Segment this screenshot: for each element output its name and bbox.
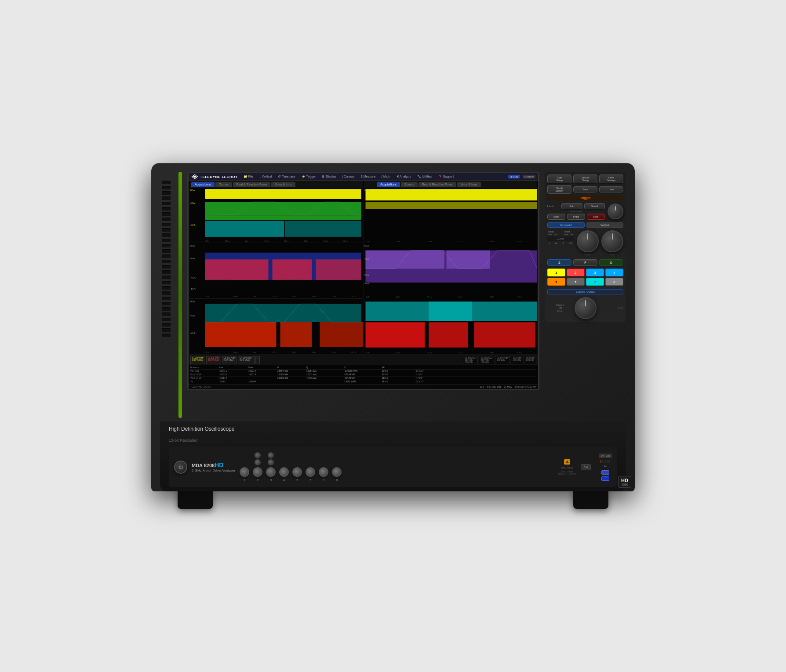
teledyne-logo-icon (191, 174, 198, 179)
tab-vrms-left[interactable]: Vrms & Irms (271, 182, 295, 187)
vent-slot (162, 196, 171, 200)
channel-6-button[interactable]: 6 (567, 278, 585, 286)
single-trigger-button[interactable]: Single (567, 214, 585, 220)
utility-buttons-row: TouchScreen Save User (547, 185, 623, 194)
menu-display[interactable]: 🖥 Display (320, 174, 337, 179)
clear-sweeps-button[interactable]: ClearSweeps (599, 174, 623, 183)
row-vbc-v5: -772.44 VAR (344, 374, 379, 376)
tab-acquisitions-right[interactable]: Acquisitions (377, 182, 400, 187)
channel-2-button[interactable]: 2 (567, 269, 585, 276)
time-display: 30.3 (480, 385, 484, 388)
warning-icon: ⚠ (566, 460, 568, 464)
row-tct-extra: -20.6072° (415, 381, 424, 383)
normal-trigger-button[interactable]: Normal (584, 203, 605, 209)
channel-5-button[interactable]: 5 (547, 278, 565, 286)
row-vclt-extra: -4.7348° (415, 377, 423, 379)
channel-7-button[interactable]: 7 (586, 278, 604, 286)
p-button[interactable]: P (573, 259, 597, 266)
zoom-btn[interactable]: + (255, 356, 260, 364)
menu-cursors[interactable]: | Cursors (341, 174, 356, 179)
push3-label: Push (547, 310, 573, 312)
default-setup-button[interactable]: DefaultSetup (573, 174, 597, 183)
tab-zooms-right[interactable]: Zooms (401, 182, 417, 187)
push-label-v: Push (610, 253, 615, 256)
usb-port-2[interactable] (601, 476, 609, 481)
svg-text:-1.26 s: -1.26 s (395, 240, 400, 243)
svg-rect-17 (273, 260, 312, 280)
menu-vertical[interactable]: ↕ Vertical (258, 174, 273, 179)
left-tab-bar: Acquisitions Zooms Real & Reactive Powe … (189, 181, 363, 188)
vent-slot (162, 186, 171, 189)
trigger-level-knob[interactable] (608, 203, 623, 219)
row-vclt-v1: 15.961 A (219, 377, 246, 379)
auto-setup-button[interactable]: AutoSetup (547, 174, 571, 183)
vent-slot (162, 307, 171, 311)
channel-1-button[interactable]: 1 (547, 269, 565, 276)
svg-text:-0.26 s: -0.26 s (365, 240, 370, 243)
tab-zooms-left[interactable]: Zooms (215, 182, 232, 187)
controls-panel: AutoSetup DefaultSetup ClearSweeps Touch… (545, 172, 626, 322)
vent-slot (162, 281, 171, 284)
mhz-display: 11 MDiv (504, 385, 512, 388)
menu-support[interactable]: ❓ Support (437, 174, 455, 179)
gesture-button[interactable]: Gesture (523, 175, 535, 178)
tab-acquisitions-left[interactable]: Acquisitions (191, 182, 215, 187)
svg-text:737 ms: 737 ms (427, 296, 432, 298)
vent-slot (162, 244, 171, 247)
tab-real-reactive-left[interactable]: Real & Reactive Powe (233, 182, 271, 187)
waveform-svg-3-left: -4.7 s 300ms 5.3 s 10.3 s 15.3 s 20.3 s … (189, 299, 363, 354)
channel-buttons: 1 2 3 4 5 6 7 8 (547, 269, 623, 286)
horizontal-knob[interactable] (577, 230, 599, 252)
z5-info: 20.0 A/div1.00 s/div (524, 356, 536, 364)
channel-4-button[interactable]: 4 (605, 269, 623, 276)
menu-measure[interactable]: Σ Measure (360, 174, 377, 179)
vent-slot (162, 270, 171, 274)
tab-vrms-right[interactable]: Vrms & Irms (457, 182, 480, 187)
z-button[interactable]: Z (547, 259, 571, 266)
cal-button[interactable]: Cal (581, 464, 591, 470)
right-io-area: D0 - D15 Ext (599, 454, 612, 481)
menu-math[interactable]: ∫ Math (380, 174, 391, 179)
input-ch5: 5 (292, 467, 302, 482)
vent-slot (162, 276, 171, 279)
screen[interactable]: TELEDYNE LECROY 📁 File ↕ Vertical ⏱ Time… (187, 172, 539, 390)
menu-utilities[interactable]: 🔧 Utilities (416, 174, 433, 179)
cursors-knob[interactable] (575, 297, 597, 319)
row-vbc-v3: 2.55050 kW (277, 374, 304, 376)
save-button[interactable]: Save (573, 186, 597, 193)
svg-rect-56 (365, 322, 425, 347)
touch-screen-button[interactable]: TouchScreen (547, 185, 571, 194)
menu-timebase[interactable]: ⏱ Timebase (277, 174, 296, 179)
svg-text:4.74 s: 4.74 s (490, 240, 494, 243)
svg-text:-1.26 s: -1.26 s (395, 352, 400, 354)
channel-3-button[interactable]: 3 (586, 269, 604, 276)
menu-analysis[interactable]: ✖ Analysis (395, 174, 413, 179)
auto-trigger-button[interactable]: Auto (561, 203, 582, 209)
d-button[interactable]: D (599, 259, 623, 266)
row-vcln-extra: -15.6312° (415, 370, 424, 372)
vent-slot (162, 207, 171, 211)
menu-file[interactable]: 📁 File (242, 174, 255, 179)
menu-trigger[interactable]: ⚡ Trigger (300, 174, 317, 179)
bnc-2 (253, 467, 262, 477)
user-button[interactable]: User (599, 186, 623, 193)
row-vcln-v1: 163.41 V (219, 370, 246, 372)
row-vcln-v5: -1.22147 kVAR (344, 370, 379, 372)
input-ch4: 4 (279, 467, 289, 482)
channel-8-button[interactable]: 8 (605, 278, 623, 286)
trigger-level-row: Level Auto Normal (547, 203, 605, 209)
power-button[interactable]: ⏻ (174, 461, 187, 474)
trigger-setup-button[interactable]: Setup (547, 214, 565, 220)
numerics-table: Numerics Irms Vrms P Q S PF Vcln lr LN 1… (189, 365, 538, 384)
usb-port-1[interactable] (601, 470, 609, 475)
tab-real-reactive-right[interactable]: Real & Reactive Powe (418, 182, 456, 187)
svg-text:15.3 s: 15.3 s (292, 351, 296, 353)
vertical-knob[interactable] (601, 230, 623, 252)
svg-rect-39 (365, 189, 537, 200)
vent-slot (162, 328, 171, 332)
svg-rect-4 (205, 221, 284, 237)
brand-logo: TELEDYNE LECROY (191, 174, 238, 179)
z1-info: Z1 2000%C1200 V/div1.00 s/div (463, 356, 478, 364)
stop-button[interactable]: Stop (587, 214, 605, 220)
y-label-1: 80 A (190, 189, 195, 192)
